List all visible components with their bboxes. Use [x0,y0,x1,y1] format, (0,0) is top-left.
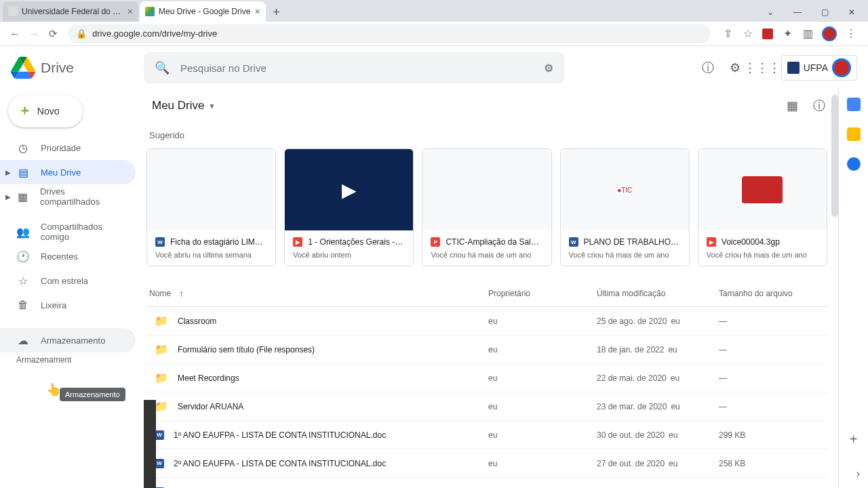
share-icon[interactable]: ⇪ [722,28,734,40]
column-modified[interactable]: Última modificação [597,289,719,298]
scrollbar[interactable] [831,95,838,217]
file-name: Meet Recordings [178,373,239,383]
star-icon[interactable]: ☆ [742,28,754,40]
content-area: Meu Drive ▼ ▦ ⓘ Sugerido W Ficha do esta… [144,89,838,488]
sidebar-item-priority[interactable]: ◷ Prioridade [0,136,136,160]
folder-icon: 📁 [155,314,168,327]
shared-drives-icon: ▦ [16,190,29,203]
chevron-down-icon: ▼ [208,102,215,110]
sidepanel-icon[interactable]: ▥ [802,28,814,40]
word-icon: W [155,237,165,247]
help-icon[interactable]: ⓘ [700,60,716,76]
chevron-down-icon[interactable]: ⌄ [757,3,784,22]
collapse-rail-icon[interactable]: › [856,468,860,480]
lock-icon: 🔒 [76,28,87,39]
info-icon[interactable]: ⓘ [811,98,827,114]
sidebar-item-shared-drives[interactable]: ▶ ▦ Drives compartilhados [0,184,136,209]
column-size[interactable]: Tamanho do arquivo [719,289,827,298]
minimize-button[interactable]: — [784,3,811,22]
word-icon: W [569,237,578,247]
sidebar-label: Prioridade [41,143,81,153]
close-icon[interactable]: × [254,6,260,17]
priority-icon: ◷ [16,142,30,155]
table-row[interactable]: 📁Formulário sem título (File responses) … [146,336,827,364]
word-icon: W [155,430,164,440]
file-name: 1º ANO EAUFPA - LISTA DE CONTA INSTITUCI… [174,430,386,440]
cloud-icon: ☁ [16,334,30,347]
breadcrumb-label: Meu Drive [152,99,204,113]
settings-icon[interactable]: ⚙ [727,60,743,76]
browser-tab-drive[interactable]: Meu Drive - Google Drive × [140,1,266,22]
column-owner[interactable]: Proprietário [488,289,597,298]
grid-view-icon[interactable]: ▦ [784,98,800,114]
apps-icon[interactable]: ⋮⋮⋮ [754,60,770,76]
close-icon[interactable]: × [127,6,133,17]
sidebar-label: Com estrela [41,276,88,286]
suggested-card[interactable]: ●TIC W PLANO DE TRABALHO PAR... Você cri… [560,148,690,266]
account-avatar[interactable] [832,58,851,77]
url-text: drive.google.com/drive/my-drive [92,28,217,39]
sidebar-item-my-drive[interactable]: ▶ ▤ Meu Drive [0,160,136,184]
tasks-icon[interactable] [847,157,861,171]
sidebar-item-starred[interactable]: ☆ Com estrela [0,268,136,293]
extensions-icon[interactable]: ✦ [781,28,793,40]
new-button-label: Novo [37,106,60,117]
tab-title: Universidade Federal do Pará [22,7,123,16]
suggested-card[interactable]: W Ficha do estagiário LIMPA... Você abri… [146,148,276,266]
table-row[interactable]: W1º ANO EAUFPA - LISTA DE CONTA INSTITUC… [146,421,827,449]
drive-header: Drive 🔍 ⚙ ⓘ ⚙ ⋮⋮⋮ UFPA [0,46,868,89]
browser-tab-ufpa[interactable]: Universidade Federal do Pará × [3,1,138,22]
tab-title: Meu Drive - Google Drive [159,7,250,16]
maximize-button[interactable]: ▢ [811,3,838,22]
drive-logo[interactable]: Drive [11,56,144,80]
table-row[interactable]: 📁Classroom eu 25 de ago. de 2020 eu — [146,307,827,336]
expand-arrow-icon[interactable]: ▶ [5,169,16,176]
sidebar-label: Drives compartilhados [40,186,125,207]
keep-icon[interactable] [847,127,861,141]
file-owner: eu [488,459,597,468]
forward-button[interactable]: → [24,24,43,43]
extension-shield-icon[interactable] [762,28,773,39]
add-addon-icon[interactable]: + [850,432,858,447]
new-tab-button[interactable]: + [267,3,286,22]
file-owner: eu [488,402,597,411]
suggested-card[interactable]: ▶ Voice00004.3gp Você criou há mais de u… [698,148,827,266]
folder-icon: 📁 [155,371,168,384]
menu-icon[interactable]: ⋮ [845,28,857,40]
sidebar-item-recent[interactable]: 🕐 Recentes [0,244,136,268]
table-row[interactable]: W2º ANO EAUFPA - LISTA DE CONTA INSTITUC… [146,449,827,478]
org-name: UFPA [804,62,828,73]
suggested-card[interactable]: P CTIC-Ampliação da Sala de... Você crio… [422,148,551,266]
search-icon: 🔍 [155,60,170,75]
breadcrumb[interactable]: Meu Drive ▼ [146,96,220,115]
video-icon: ▶ [293,237,302,247]
expand-arrow-icon[interactable]: ▶ [5,193,16,201]
right-rail: + [838,89,868,488]
trash-icon: 🗑 [16,299,30,311]
reload-button[interactable]: ⟳ [43,24,62,43]
sidebar: + Novo ◷ Prioridade ▶ ▤ Meu Drive ▶ ▦ Dr… [0,89,144,488]
card-thumbnail [147,149,275,230]
table-row[interactable]: 📁Meet Recordings eu 22 de mai. de 2020 e… [146,364,827,392]
sidebar-item-storage[interactable]: ☁ Armazenamento [0,328,136,352]
table-row[interactable]: W3º ANO EAUFPA - LISTA CONTA INSTITUCION… [146,478,827,488]
search-input[interactable] [180,62,544,74]
folder-icon: 📁 [155,400,168,413]
file-size: — [719,317,827,326]
table-row[interactable]: 📁Servidor ARUANA eu 23 de mar. de 2020 e… [146,392,827,421]
close-window-button[interactable]: ✕ [838,3,865,22]
sidebar-item-shared-with-me[interactable]: 👥 Compartilhados comigo [0,220,136,244]
sidebar-item-trash[interactable]: 🗑 Lixeira [0,293,136,317]
profile-avatar[interactable] [822,26,837,41]
org-badge[interactable]: UFPA [781,55,857,81]
url-input[interactable]: 🔒 drive.google.com/drive/my-drive [68,24,711,43]
new-button[interactable]: + Novo [8,95,83,127]
suggested-card[interactable]: ▶ ▶ 1 - Orientações Gerais - PD... Você … [284,148,414,266]
search-box[interactable]: 🔍 ⚙ [144,52,564,83]
column-name[interactable]: Nome ↑ [146,288,488,299]
calendar-icon[interactable] [847,98,861,111]
back-button[interactable]: ← [5,24,24,43]
star-icon: ☆ [16,274,30,287]
card-title: Ficha do estagiário LIMPA... [170,237,267,247]
tune-icon[interactable]: ⚙ [544,62,553,75]
